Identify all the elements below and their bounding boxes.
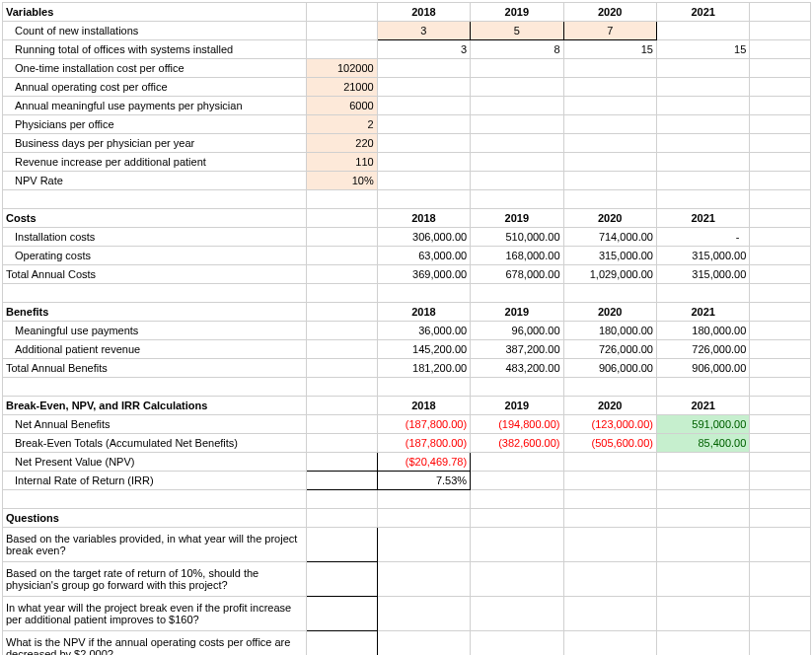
cell-empty[interactable] [563, 190, 656, 209]
cell-empty[interactable] [750, 490, 811, 509]
val-npv-rate[interactable]: 10% [306, 172, 377, 190]
cell-empty[interactable] [656, 453, 749, 472]
cell-empty[interactable] [377, 172, 470, 190]
val-install-2020[interactable]: 714,000.00 [563, 228, 656, 247]
val-totben-2019[interactable]: 483,200.00 [471, 359, 563, 378]
cell-empty[interactable] [306, 190, 377, 209]
cell-empty[interactable] [306, 490, 377, 509]
val-install-2018[interactable]: 306,000.00 [377, 228, 470, 247]
cell-empty[interactable] [377, 97, 470, 115]
cell-empty[interactable] [471, 59, 563, 78]
cell-empty[interactable] [656, 172, 749, 190]
cell-empty[interactable] [563, 134, 656, 153]
cell-empty[interactable] [750, 247, 811, 265]
val-net-2018[interactable]: (187,800.00) [377, 415, 470, 434]
cell-empty[interactable] [377, 284, 470, 303]
cell-empty[interactable] [471, 631, 563, 656]
cell-empty[interactable] [471, 134, 563, 153]
val-count-new-2020[interactable]: 7 [563, 22, 656, 40]
val-totben-2018[interactable]: 181,200.00 [377, 359, 470, 378]
cell-empty[interactable] [750, 303, 811, 322]
cell-empty[interactable] [471, 490, 563, 509]
cell-empty[interactable] [656, 78, 749, 97]
val-op-2021[interactable]: 315,000.00 [656, 247, 749, 265]
val-mu-2018[interactable]: 36,000.00 [377, 322, 470, 340]
val-net-2019[interactable]: (194,800.00) [471, 415, 563, 434]
cell-empty[interactable] [750, 153, 811, 172]
cell-empty[interactable] [750, 340, 811, 359]
cell-empty[interactable] [656, 153, 749, 172]
cell-empty[interactable] [563, 153, 656, 172]
val-phys[interactable]: 2 [306, 115, 377, 134]
val-totcost-2018[interactable]: 369,000.00 [377, 265, 470, 284]
val-running-2020[interactable]: 15 [563, 40, 656, 59]
val-rev-2021[interactable]: 726,000.00 [656, 340, 749, 359]
cell-empty[interactable] [306, 228, 377, 247]
cell-empty[interactable] [750, 209, 811, 228]
cell-empty[interactable] [563, 59, 656, 78]
cell-empty[interactable] [377, 59, 470, 78]
val-count-new-2018[interactable]: 3 [377, 22, 470, 40]
cell-empty[interactable] [377, 562, 470, 597]
cell-empty[interactable] [563, 597, 656, 631]
val-totcost-2021[interactable]: 315,000.00 [656, 265, 749, 284]
cell-empty[interactable] [563, 509, 656, 528]
cell-empty[interactable] [656, 562, 749, 597]
cell-empty[interactable] [563, 284, 656, 303]
val-install-2021[interactable]: - [656, 228, 749, 247]
cell-empty[interactable] [306, 378, 377, 397]
cell-empty[interactable] [750, 359, 811, 378]
cell-empty[interactable] [750, 415, 811, 434]
cell-empty[interactable] [306, 415, 377, 434]
val-rev-2019[interactable]: 387,200.00 [471, 340, 563, 359]
cell-empty[interactable] [306, 397, 377, 415]
cell-empty[interactable] [750, 284, 811, 303]
val-install-cost[interactable]: 102000 [306, 59, 377, 78]
val-install-2019[interactable]: 510,000.00 [471, 228, 563, 247]
val-rev-2018[interactable]: 145,200.00 [377, 340, 470, 359]
cell-empty[interactable] [563, 78, 656, 97]
cell-empty[interactable] [471, 78, 563, 97]
val-op-2019[interactable]: 168,000.00 [471, 247, 563, 265]
cell-empty[interactable] [750, 528, 811, 562]
cell-empty[interactable] [306, 284, 377, 303]
cell-empty[interactable] [471, 378, 563, 397]
cell-empty[interactable] [656, 134, 749, 153]
val-be-2021[interactable]: 85,400.00 [656, 434, 749, 453]
val-mu[interactable]: 6000 [306, 97, 377, 115]
cell-empty[interactable] [656, 597, 749, 631]
cell-empty[interactable] [306, 22, 377, 40]
cell-empty[interactable] [656, 631, 749, 656]
cell-empty[interactable] [306, 247, 377, 265]
cell-empty[interactable] [471, 153, 563, 172]
cell-empty[interactable] [750, 228, 811, 247]
val-totben-2020[interactable]: 906,000.00 [563, 359, 656, 378]
cell-empty[interactable] [306, 3, 377, 22]
cell-empty[interactable] [656, 472, 749, 490]
cell-empty[interactable] [377, 78, 470, 97]
cell-empty[interactable] [750, 59, 811, 78]
cell-empty[interactable] [750, 472, 811, 490]
val-net-2020[interactable]: (123,000.00) [563, 415, 656, 434]
cell-empty[interactable] [3, 284, 307, 303]
cell-empty[interactable] [750, 378, 811, 397]
cell-empty[interactable] [3, 378, 307, 397]
cell-empty[interactable] [750, 190, 811, 209]
cell-empty[interactable] [377, 509, 470, 528]
cell-empty[interactable] [750, 115, 811, 134]
cell-empty[interactable] [377, 378, 470, 397]
answer-1[interactable] [306, 528, 377, 562]
cell-empty[interactable] [656, 59, 749, 78]
cell-empty[interactable] [750, 453, 811, 472]
cell-empty[interactable] [377, 190, 470, 209]
cell-empty[interactable] [306, 322, 377, 340]
cell-empty[interactable] [750, 509, 811, 528]
cell-empty[interactable] [471, 172, 563, 190]
val-op-2018[interactable]: 63,000.00 [377, 247, 470, 265]
cell-empty[interactable] [563, 631, 656, 656]
cell-empty[interactable] [377, 115, 470, 134]
cell-empty[interactable] [3, 190, 307, 209]
cell-empty[interactable] [471, 190, 563, 209]
cell-empty[interactable] [471, 284, 563, 303]
cell-empty[interactable] [750, 562, 811, 597]
